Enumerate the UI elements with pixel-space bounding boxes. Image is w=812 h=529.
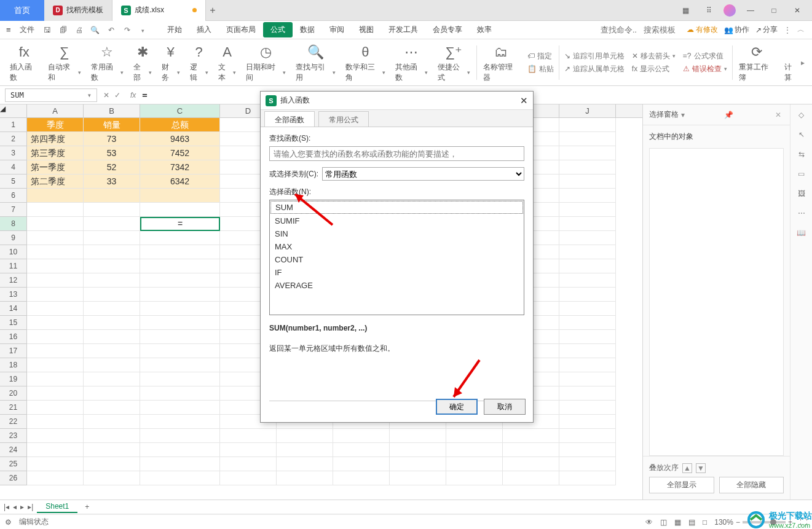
sheet-first-icon[interactable]: |◂ bbox=[4, 503, 9, 511]
text-button[interactable]: A文本 bbox=[213, 42, 242, 83]
file-menu[interactable]: 文件 bbox=[16, 25, 38, 35]
dialog-tab-all-functions[interactable]: 全部函数 bbox=[264, 111, 315, 127]
has-changes-label[interactable]: ☁ 有修改 bbox=[687, 25, 718, 35]
cell[interactable] bbox=[559, 429, 616, 443]
cell[interactable] bbox=[503, 443, 559, 457]
col-header-J[interactable]: J bbox=[559, 104, 616, 117]
cell[interactable] bbox=[559, 245, 616, 259]
cell[interactable] bbox=[27, 330, 84, 344]
save-as-icon[interactable]: 🗐 bbox=[57, 26, 70, 34]
zoom-level[interactable]: 130% bbox=[714, 518, 733, 527]
cell[interactable] bbox=[27, 443, 84, 457]
math-button[interactable]: θ数学和三角 bbox=[341, 42, 390, 83]
function-list-item[interactable]: COUNT bbox=[270, 253, 524, 266]
cell[interactable] bbox=[559, 443, 616, 457]
minimize-button[interactable]: — bbox=[742, 2, 759, 19]
row-header[interactable]: 14 bbox=[0, 302, 27, 316]
ribbon-tab-page-layout[interactable]: 页面布局 bbox=[219, 22, 263, 37]
move-down-button[interactable]: ▼ bbox=[696, 463, 706, 473]
cell[interactable] bbox=[333, 471, 390, 485]
cell[interactable]: 总额 bbox=[140, 118, 220, 132]
row-header[interactable]: 2 bbox=[0, 132, 27, 146]
dialog-tab-common-formula[interactable]: 常用公式 bbox=[318, 111, 369, 127]
cell[interactable] bbox=[140, 302, 220, 316]
tool-settings-icon[interactable]: ⇆ bbox=[798, 150, 805, 159]
cell[interactable] bbox=[559, 471, 616, 485]
dialog-cancel-button[interactable]: 取消 bbox=[484, 399, 526, 415]
cell[interactable] bbox=[27, 457, 84, 471]
cell[interactable] bbox=[140, 471, 220, 485]
cell[interactable] bbox=[27, 203, 84, 217]
cell[interactable] bbox=[84, 443, 140, 457]
trace-precedents-button[interactable]: ↘ 追踪引用单元格 bbox=[564, 51, 625, 61]
row-header[interactable]: 10 bbox=[0, 245, 27, 259]
cell[interactable] bbox=[84, 217, 140, 231]
cell[interactable] bbox=[333, 429, 390, 443]
hide-all-button[interactable]: 全部隐藏 bbox=[719, 477, 784, 493]
add-sheet-button[interactable]: + bbox=[81, 503, 93, 511]
cell[interactable] bbox=[140, 245, 220, 259]
accept-formula-icon[interactable]: ✓ bbox=[114, 91, 120, 100]
col-header-A[interactable]: A bbox=[27, 104, 84, 117]
cell[interactable] bbox=[559, 457, 616, 471]
cell[interactable] bbox=[84, 471, 140, 485]
function-list-item[interactable]: SIN bbox=[270, 227, 524, 240]
cell[interactable] bbox=[27, 358, 84, 372]
cell[interactable] bbox=[220, 429, 277, 443]
close-window-button[interactable]: ✕ bbox=[789, 2, 806, 19]
cell[interactable] bbox=[27, 429, 84, 443]
category-select[interactable]: 常用函数 bbox=[322, 167, 524, 181]
ribbon-tab-review[interactable]: 审阅 bbox=[322, 22, 352, 37]
cell[interactable]: 52 bbox=[84, 160, 140, 174]
ribbon-tab-insert[interactable]: 插入 bbox=[189, 22, 219, 37]
ribbon-tab-formula[interactable]: 公式 bbox=[263, 22, 293, 37]
cell[interactable] bbox=[27, 386, 84, 401]
cell[interactable]: 7342 bbox=[140, 160, 220, 174]
cell[interactable] bbox=[27, 471, 84, 485]
cell[interactable] bbox=[559, 174, 616, 189]
cell[interactable] bbox=[140, 316, 220, 330]
quick-formula-button[interactable]: ∑⁺便捷公式 bbox=[433, 42, 475, 83]
cell[interactable] bbox=[84, 344, 140, 358]
cell[interactable] bbox=[559, 344, 616, 358]
dialog-titlebar[interactable]: S 插入函数 ✕ bbox=[261, 92, 533, 110]
row-header[interactable]: 15 bbox=[0, 316, 27, 330]
collaborate-button[interactable]: 👥 协作 bbox=[724, 25, 749, 35]
sheet-last-icon[interactable]: ▸| bbox=[28, 503, 33, 511]
cell[interactable] bbox=[446, 457, 503, 471]
cell[interactable] bbox=[559, 259, 616, 273]
cell[interactable] bbox=[27, 189, 84, 203]
name-manager-button[interactable]: 🗂名称管理器 bbox=[478, 42, 524, 83]
common-functions-button[interactable]: ☆常用函数 bbox=[86, 42, 128, 83]
ribbon-tab-data[interactable]: 数据 bbox=[293, 22, 322, 37]
search-function-input[interactable] bbox=[269, 146, 524, 161]
row-header[interactable]: 18 bbox=[0, 358, 27, 372]
cell[interactable] bbox=[220, 457, 277, 471]
cell[interactable]: 第二季度 bbox=[27, 174, 84, 189]
cell[interactable]: 第三季度 bbox=[27, 146, 84, 160]
row-header[interactable]: 3 bbox=[0, 146, 27, 160]
maximize-button[interactable]: □ bbox=[765, 2, 782, 19]
cell[interactable] bbox=[140, 273, 220, 288]
cell[interactable] bbox=[84, 358, 140, 372]
cell[interactable] bbox=[84, 288, 140, 302]
cell[interactable] bbox=[559, 146, 616, 160]
cell[interactable] bbox=[390, 429, 446, 443]
save-icon[interactable]: 🖫 bbox=[41, 26, 54, 34]
row-header[interactable]: 13 bbox=[0, 288, 27, 302]
more-menu-icon[interactable]: ⋮ bbox=[784, 26, 791, 34]
cell[interactable] bbox=[559, 118, 616, 132]
cell[interactable]: 第一季度 bbox=[27, 160, 84, 174]
cell[interactable]: 销量 bbox=[84, 118, 140, 132]
cell[interactable]: 6342 bbox=[140, 174, 220, 189]
cell[interactable]: 7452 bbox=[140, 146, 220, 160]
cell[interactable] bbox=[140, 203, 220, 217]
row-header[interactable]: 11 bbox=[0, 259, 27, 273]
cell[interactable] bbox=[446, 429, 503, 443]
cell[interactable] bbox=[140, 231, 220, 245]
row-header[interactable]: 7 bbox=[0, 203, 27, 217]
cell[interactable] bbox=[84, 245, 140, 259]
col-header-B[interactable]: B bbox=[84, 104, 140, 117]
close-pane-icon[interactable]: ✕ bbox=[773, 111, 784, 119]
row-header[interactable]: 24 bbox=[0, 443, 27, 457]
